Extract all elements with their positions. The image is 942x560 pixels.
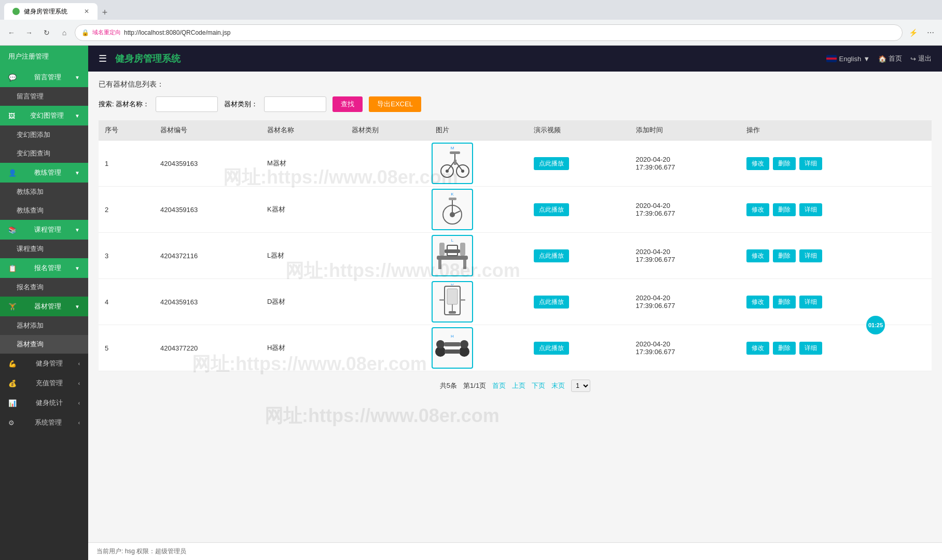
- svg-rect-19: [463, 260, 466, 269]
- chevron-down-icon-5: ▼: [75, 265, 80, 271]
- edit-button[interactable]: 修改: [746, 249, 769, 262]
- coach-icon: 👤: [8, 169, 17, 177]
- delete-button[interactable]: 删除: [773, 296, 796, 309]
- home-button[interactable]: ⌂: [57, 25, 72, 40]
- extensions-button[interactable]: ⚡: [906, 25, 920, 40]
- equipment-image: D: [432, 281, 473, 323]
- sidebar-group-slider-header[interactable]: 🖼 变幻图管理 ▼: [0, 106, 88, 125]
- browser-menu-button[interactable]: ⋯: [923, 25, 938, 40]
- play-video-button[interactable]: 点此播放: [534, 296, 569, 309]
- reload-button[interactable]: ↻: [39, 25, 54, 40]
- equipment-table: 序号 器材编号 器材名称 器材类别 图片 演示视频 添加时间 操作 1 4204…: [99, 120, 932, 371]
- delete-button[interactable]: 删除: [773, 249, 796, 262]
- cell-index: 2: [99, 187, 154, 233]
- home-label: 首页: [889, 54, 902, 63]
- svg-point-36: [460, 340, 468, 348]
- svg-rect-6: [454, 160, 456, 165]
- edit-button[interactable]: 修改: [746, 296, 769, 309]
- cell-name: K器材: [261, 187, 345, 233]
- detail-button[interactable]: 详细: [799, 342, 822, 355]
- home-button[interactable]: 🏠 首页: [878, 54, 902, 63]
- sidebar-group-fitness[interactable]: 💪 健身管理 ‹: [0, 354, 88, 373]
- enrollment-icon: 📋: [8, 264, 17, 272]
- cell-index: 5: [99, 325, 154, 371]
- sidebar-group-coach-header[interactable]: 👤 教练管理 ▼: [0, 163, 88, 183]
- hamburger-icon[interactable]: ☰: [99, 53, 107, 64]
- cell-video: 点此播放: [528, 233, 630, 279]
- export-excel-button[interactable]: 导出EXCEL: [369, 96, 421, 112]
- sidebar-group-messages-label: 留言管理: [34, 73, 61, 82]
- tab-close-icon[interactable]: ✕: [84, 8, 89, 15]
- chevron-left-icon-3: ‹: [78, 400, 80, 406]
- sidebar-fitness-label: 健身管理: [36, 359, 63, 368]
- equipment-name-input[interactable]: [156, 96, 218, 112]
- sidebar-item-user-registration[interactable]: 用户注册管理: [0, 46, 88, 67]
- sidebar-system-label: 系统管理: [35, 418, 62, 427]
- new-tab-button[interactable]: +: [98, 5, 112, 20]
- sidebar-item-equipment-query[interactable]: 器材查询: [0, 335, 88, 354]
- search-button[interactable]: 查找: [333, 96, 363, 112]
- sidebar-item-slider-add[interactable]: 变幻图添加: [0, 125, 88, 144]
- sidebar-item-coach-query[interactable]: 教练查询: [0, 201, 88, 220]
- play-video-button[interactable]: 点此播放: [534, 342, 569, 355]
- back-button[interactable]: ←: [4, 25, 19, 40]
- cell-index: 1: [99, 141, 154, 187]
- sidebar-group-stats[interactable]: 📊 健身统计 ‹: [0, 393, 88, 413]
- table-row: 5 4204377220 H器材 H 点此播放 2020-04-2017:39:…: [99, 325, 932, 371]
- detail-button[interactable]: 详细: [799, 157, 822, 170]
- logout-button[interactable]: ↪ 退出: [910, 54, 932, 63]
- sidebar-item-enrollment-query[interactable]: 报名查询: [0, 278, 88, 297]
- sidebar-group-equipment-label: 器材管理: [34, 302, 61, 311]
- delete-button[interactable]: 删除: [773, 203, 796, 216]
- cell-type: [345, 187, 430, 233]
- next-page-link[interactable]: 下页: [532, 381, 545, 390]
- active-tab[interactable]: 健身房管理系统 ✕: [4, 3, 98, 20]
- last-page-link[interactable]: 末页: [551, 381, 565, 390]
- svg-line-2: [447, 161, 455, 171]
- app-header: ☰ 健身房管理系统 English ▼ 🏠 首页 ↪ 退出: [88, 46, 942, 72]
- message-icon: 💬: [8, 74, 17, 81]
- sidebar-recharge-label: 充值管理: [36, 379, 63, 388]
- sidebar-item-slider-query[interactable]: 变幻图查询: [0, 144, 88, 163]
- sidebar-group-course-header[interactable]: 📚 课程管理 ▼: [0, 220, 88, 240]
- page-size-select[interactable]: 1: [571, 380, 590, 392]
- edit-button[interactable]: 修改: [746, 203, 769, 216]
- chevron-down-icon-4: ▼: [75, 227, 80, 233]
- svg-rect-21: [439, 243, 445, 256]
- equipment-type-input[interactable]: [264, 96, 326, 112]
- first-page-link[interactable]: 首页: [492, 381, 506, 390]
- timer-badge: 01:25: [866, 316, 885, 334]
- language-button[interactable]: English ▼: [826, 55, 870, 63]
- address-bar[interactable]: 🔒 域名重定向 http://localhost:8080/QRCode/mai…: [75, 24, 903, 41]
- play-video-button[interactable]: 点此播放: [534, 203, 569, 216]
- logout-icon: ↪: [910, 55, 916, 63]
- sidebar-item-course-query[interactable]: 课程查询: [0, 240, 88, 258]
- play-video-button[interactable]: 点此播放: [534, 249, 569, 262]
- sidebar-group-course: 📚 课程管理 ▼ 课程查询: [0, 220, 88, 258]
- sidebar-group-system[interactable]: ⚙ 系统管理 ‹: [0, 413, 88, 432]
- sidebar-item-coach-add[interactable]: 教练添加: [0, 183, 88, 201]
- sidebar-group-equipment-header[interactable]: 🏋 器材管理 ▼: [0, 297, 88, 316]
- delete-button[interactable]: 删除: [773, 342, 796, 355]
- cell-actions: 修改 删除 详细: [740, 187, 932, 233]
- prev-page-link[interactable]: 上页: [512, 381, 525, 390]
- edit-button[interactable]: 修改: [746, 342, 769, 355]
- sidebar-group-enrollment-header[interactable]: 📋 报名管理 ▼: [0, 258, 88, 278]
- svg-point-7: [446, 170, 449, 173]
- detail-button[interactable]: 详细: [799, 203, 822, 216]
- sidebar-group-messages-header[interactable]: 💬 留言管理 ▼: [0, 67, 88, 87]
- cell-video: 点此播放: [528, 187, 630, 233]
- sidebar-item-equipment-add[interactable]: 器材添加: [0, 316, 88, 335]
- redirect-label: 域名重定向: [92, 29, 121, 36]
- detail-button[interactable]: 详细: [799, 249, 822, 262]
- forward-button[interactable]: →: [22, 25, 36, 40]
- sidebar-item-message-management[interactable]: 留言管理: [0, 87, 88, 106]
- play-video-button[interactable]: 点此播放: [534, 157, 569, 170]
- sidebar-group-recharge[interactable]: 💰 充值管理 ‹: [0, 373, 88, 393]
- edit-button[interactable]: 修改: [746, 157, 769, 170]
- detail-button[interactable]: 详细: [799, 296, 822, 309]
- svg-text:L: L: [451, 238, 454, 243]
- delete-button[interactable]: 删除: [773, 157, 796, 170]
- svg-text:M: M: [451, 146, 454, 150]
- recharge-icon: 💰: [8, 380, 17, 387]
